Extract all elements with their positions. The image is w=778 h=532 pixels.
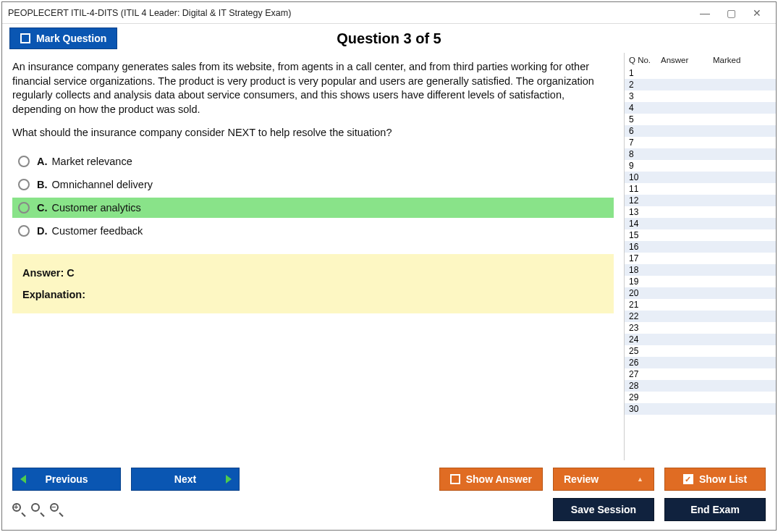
previous-button[interactable]: Previous <box>12 468 121 491</box>
question-row[interactable]: 10 <box>625 172 776 183</box>
qno-cell: 17 <box>629 253 661 263</box>
show-answer-button[interactable]: Show Answer <box>439 468 543 491</box>
end-exam-label: End Exam <box>690 504 740 515</box>
arrow-left-icon <box>20 475 26 484</box>
title-bar: PEOPLECERT ITIL-4-DITS (ITIL 4 Leader: D… <box>2 2 776 24</box>
option-d[interactable]: D. Customer feedback <box>12 221 614 241</box>
option-a[interactable]: A. Market relevance <box>12 151 614 172</box>
mark-question-button[interactable]: Mark Question <box>9 28 117 49</box>
qno-cell: 12 <box>629 195 661 206</box>
minimize-icon[interactable]: — <box>692 7 718 19</box>
qno-cell: 29 <box>629 392 661 402</box>
question-row[interactable]: 21 <box>625 299 776 311</box>
qno-cell: 21 <box>629 300 661 310</box>
question-row[interactable]: 16 <box>625 241 776 253</box>
qno-cell: 7 <box>629 138 661 148</box>
checkbox-icon <box>450 474 460 484</box>
qno-cell: 25 <box>629 346 661 356</box>
col-answer: Answer <box>661 56 713 64</box>
end-exam-button[interactable]: End Exam <box>664 498 766 521</box>
option-text: D. Customer feedback <box>37 225 143 237</box>
qno-cell: 23 <box>629 323 661 333</box>
question-row[interactable]: 1 <box>625 67 776 79</box>
qno-cell: 15 <box>629 230 661 240</box>
save-session-label: Save Session <box>571 504 636 515</box>
question-row[interactable]: 24 <box>625 334 776 345</box>
checkbox-icon <box>20 33 30 43</box>
radio-icon <box>18 202 30 214</box>
col-qno: Q No. <box>629 56 661 64</box>
footer-row-1: Previous Next Show Answer Review ▲ ✓ Sho… <box>12 468 766 491</box>
qno-cell: 1 <box>629 68 661 78</box>
question-row[interactable]: 22 <box>625 311 776 322</box>
footer-row-2: + – Save Session End Exam <box>12 498 766 521</box>
next-label: Next <box>174 473 196 485</box>
next-button[interactable]: Next <box>131 468 240 491</box>
question-row[interactable]: 12 <box>625 195 776 206</box>
qno-cell: 6 <box>629 126 661 136</box>
question-row[interactable]: 4 <box>625 102 776 114</box>
close-icon[interactable]: ✕ <box>744 7 770 19</box>
radio-icon <box>18 179 30 190</box>
question-list[interactable]: 1234567891011121314151617181920212223242… <box>625 67 776 460</box>
question-row[interactable]: 6 <box>625 125 776 137</box>
qno-cell: 20 <box>629 288 661 298</box>
question-list-header: Q No. Answer Marked <box>625 53 776 67</box>
radio-icon <box>18 225 30 237</box>
question-row[interactable]: 19 <box>625 276 776 287</box>
explanation-label: Explanation: <box>22 289 604 300</box>
answer-box: Answer: C Explanation: <box>12 254 614 313</box>
question-text: An insurance company generates sales fro… <box>12 60 614 117</box>
footer: Previous Next Show Answer Review ▲ ✓ Sho… <box>2 460 776 530</box>
question-row[interactable]: 28 <box>625 380 776 392</box>
question-header: Question 3 of 5 <box>2 30 776 47</box>
question-row[interactable]: 17 <box>625 253 776 264</box>
question-row[interactable]: 25 <box>625 345 776 357</box>
show-answer-label: Show Answer <box>466 473 532 485</box>
app-window: PEOPLECERT ITIL-4-DITS (ITIL 4 Leader: D… <box>1 1 777 531</box>
question-panel: An insurance company generates sales fro… <box>2 53 624 460</box>
qno-cell: 13 <box>629 207 661 217</box>
qno-cell: 30 <box>629 404 661 414</box>
option-c[interactable]: C. Customer analytics <box>12 198 614 218</box>
qno-cell: 18 <box>629 265 661 275</box>
answer-line: Answer: C <box>22 267 604 279</box>
question-row[interactable]: 18 <box>625 264 776 276</box>
option-text: C. Customer analytics <box>37 202 141 214</box>
question-row[interactable]: 27 <box>625 368 776 380</box>
zoom-out-icon[interactable]: – <box>50 503 63 516</box>
qno-cell: 16 <box>629 242 661 252</box>
question-row[interactable]: 2 <box>625 79 776 90</box>
question-row[interactable]: 5 <box>625 114 776 125</box>
maximize-icon[interactable]: ▢ <box>718 7 744 19</box>
show-list-button[interactable]: ✓ Show List <box>664 468 766 491</box>
question-row[interactable]: 30 <box>625 403 776 415</box>
qno-cell: 27 <box>629 369 661 379</box>
option-b[interactable]: B. Omnichannel delivery <box>12 174 614 195</box>
qno-cell: 19 <box>629 276 661 287</box>
question-row[interactable]: 20 <box>625 287 776 299</box>
option-text: A. Market relevance <box>37 156 132 167</box>
qno-cell: 8 <box>629 149 661 159</box>
question-row[interactable]: 29 <box>625 392 776 403</box>
question-row[interactable]: 9 <box>625 160 776 172</box>
zoom-reset-icon[interactable] <box>31 503 44 516</box>
question-row[interactable]: 11 <box>625 183 776 195</box>
question-followup: What should the insurance company consid… <box>12 127 614 138</box>
qno-cell: 22 <box>629 311 661 321</box>
question-row[interactable]: 23 <box>625 322 776 334</box>
question-row[interactable]: 13 <box>625 206 776 218</box>
question-row[interactable]: 26 <box>625 357 776 368</box>
zoom-in-icon[interactable]: + <box>12 503 25 516</box>
question-row[interactable]: 3 <box>625 90 776 102</box>
checkbox-checked-icon: ✓ <box>683 474 693 484</box>
save-session-button[interactable]: Save Session <box>553 498 654 521</box>
question-row[interactable]: 7 <box>625 137 776 148</box>
review-button[interactable]: Review ▲ <box>553 468 654 491</box>
question-row[interactable]: 15 <box>625 229 776 241</box>
question-row[interactable]: 14 <box>625 218 776 229</box>
qno-cell: 11 <box>629 184 661 194</box>
body: An insurance company generates sales fro… <box>2 53 776 460</box>
question-row[interactable]: 8 <box>625 148 776 160</box>
option-text: B. Omnichannel delivery <box>37 179 153 190</box>
